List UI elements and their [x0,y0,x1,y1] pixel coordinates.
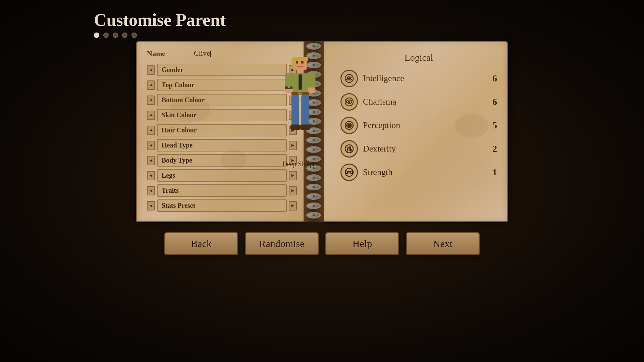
stat-row-perception: Perception5 [340,117,497,134]
svg-rect-8 [299,74,302,90]
randomise-button[interactable]: Randomise [245,232,319,255]
brain-icon [340,70,358,87]
left-arrow-1[interactable]: ◄ [147,80,155,90]
svg-rect-1 [292,57,308,61]
svg-point-30 [348,125,350,126]
stat-row-charisma: Charisma6 [340,93,497,111]
left-arrow-8[interactable]: ◄ [147,186,155,195]
text-cursor [210,51,211,57]
menu-label-7: Legs [157,169,287,182]
character-trait: Deep Sleeper [282,160,318,168]
svg-rect-12 [308,87,316,93]
svg-rect-16 [301,95,309,126]
stat-value-4: 1 [487,167,497,178]
dumbbell-icon [340,164,358,181]
menu-label-8: Traits [157,184,287,197]
binding-ring [306,212,321,219]
menu-item-stats-preset: ◄Stats Preset► [147,199,297,212]
svg-rect-5 [297,66,304,67]
hand-icon [340,140,358,158]
right-page: Logical Intelligence6 Charisma6 Percepti… [324,41,508,222]
svg-rect-2 [291,58,295,66]
svg-rect-15 [291,95,299,126]
character-sprite [278,51,322,159]
menu-item-legs: ◄Legs► [147,169,297,182]
stats-section-title: Logical [340,52,497,63]
book: Name Clive ◄Gender►◄Top Colour►◄Bottom C… [136,41,508,222]
binding-ring [306,202,321,209]
character-preview: Deep Sleeper [267,51,334,168]
right-arrow-8[interactable]: ► [289,186,297,195]
stat-name-2: Perception [363,120,482,130]
left-arrow-4[interactable]: ◄ [147,126,155,135]
stat-name-0: Intelligence [363,73,482,83]
svg-rect-34 [346,171,347,174]
eye-icon [340,117,358,134]
back-button[interactable]: Back [164,232,238,255]
svg-rect-35 [351,171,353,174]
left-arrow-9[interactable]: ◄ [147,201,155,210]
stat-name-3: Dexterity [363,144,482,154]
progress-dot-1 [94,33,99,38]
right-arrow-7[interactable]: ► [289,171,297,180]
binding-ring [306,184,321,190]
help-button[interactable]: Help [325,232,399,255]
stat-name-1: Charisma [363,97,482,107]
left-arrow-0[interactable]: ◄ [147,65,155,75]
bottom-buttons: Back Randomise Help Next [164,232,480,255]
stat-value-1: 6 [487,97,497,107]
svg-rect-17 [299,99,302,101]
stat-value-2: 5 [487,120,497,131]
progress-dot-4 [122,33,127,38]
name-input[interactable]: Clive [194,49,221,58]
svg-rect-4 [301,61,304,64]
name-label: Name [147,49,191,58]
svg-rect-6 [297,70,304,73]
stat-value-3: 2 [487,143,497,154]
stat-name-4: Strength [363,167,482,177]
speech-icon [340,93,358,111]
binding-ring [306,174,321,181]
stat-value-0: 6 [487,73,497,84]
title-area: Customise Parent [94,10,226,38]
progress-dots [94,33,226,38]
page-title: Customise Parent [94,10,226,30]
svg-rect-10 [308,73,316,89]
progress-dot-3 [113,33,118,38]
left-arrow-2[interactable]: ◄ [147,96,155,105]
svg-rect-21 [288,86,290,88]
stat-row-strength: Strength1 [340,164,497,181]
left-arrow-5[interactable]: ◄ [147,141,155,150]
svg-rect-3 [296,61,298,64]
svg-rect-18 [290,125,300,130]
binding-ring [306,43,321,50]
menu-item-traits: ◄Traits► [147,184,297,197]
left-arrow-3[interactable]: ◄ [147,111,155,120]
svg-rect-14 [298,93,303,95]
next-button[interactable]: Next [406,232,480,255]
stats-list: Intelligence6 Charisma6 Perception5 Dext… [340,70,497,181]
binding-ring [306,193,321,200]
stat-row-intelligence: Intelligence6 [340,70,497,87]
menu-label-9: Stats Preset [157,199,287,212]
left-arrow-6[interactable]: ◄ [147,156,155,165]
right-arrow-9[interactable]: ► [289,201,297,210]
left-arrow-7[interactable]: ◄ [147,171,155,180]
svg-point-27 [348,101,350,102]
stat-row-dexterity: Dexterity2 [340,140,497,158]
progress-dot-2 [103,33,109,38]
progress-dot-5 [131,33,137,38]
svg-rect-19 [300,125,310,130]
